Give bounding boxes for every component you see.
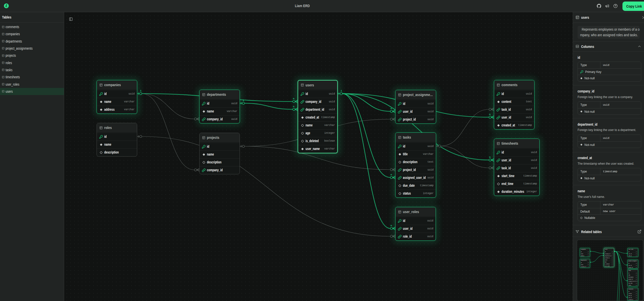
svg-text:n: n: [489, 156, 491, 159]
svg-text:n: n: [293, 105, 294, 108]
svg-text:n: n: [390, 224, 392, 227]
svg-text:n: n: [390, 107, 392, 110]
svg-text:1: 1: [243, 99, 244, 102]
svg-text:n: n: [293, 97, 294, 100]
svg-text:1: 1: [341, 89, 342, 92]
svg-text:1: 1: [140, 89, 141, 92]
svg-text:n: n: [489, 113, 491, 116]
svg-text:n: n: [390, 173, 392, 176]
